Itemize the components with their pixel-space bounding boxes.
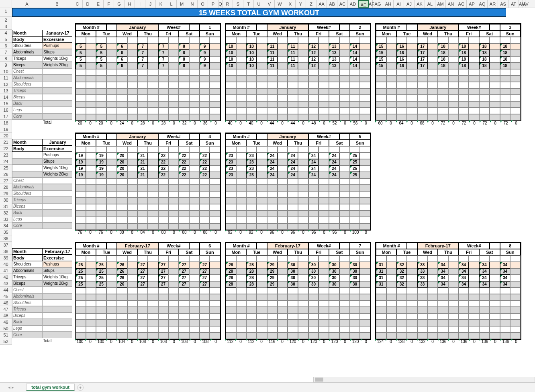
corner-cell[interactable] — [0, 0, 12, 8]
row-header-36[interactable]: 36 — [0, 235, 12, 242]
row-header-29[interactable]: 29 — [0, 190, 12, 197]
row-header-17[interactable]: 17 — [0, 113, 12, 120]
col-header-AM[interactable]: AM — [435, 0, 446, 8]
row-header-32[interactable]: 32 — [0, 210, 12, 216]
row-header-10[interactable]: 10 — [0, 68, 12, 75]
col-header-AD[interactable]: AD — [348, 0, 358, 8]
row-header-37[interactable]: 37 — [0, 242, 12, 248]
row-header-45[interactable]: 45 — [0, 293, 12, 300]
row-header-51[interactable]: 51 — [0, 332, 12, 338]
row-header-12[interactable]: 12 — [0, 81, 12, 88]
row-header-40[interactable]: 40 — [0, 261, 12, 267]
col-header-Q[interactable]: Q — [218, 0, 223, 8]
row-header-49[interactable]: 49 — [0, 319, 12, 325]
tab-nav-buttons[interactable]: ◂ ▸ ⋯ — [8, 385, 22, 390]
col-header-AB[interactable]: AB — [327, 0, 337, 8]
scrollbar-thumb[interactable] — [315, 378, 323, 382]
horizontal-scrollbar[interactable] — [313, 377, 535, 382]
row-header-14[interactable]: 14 — [0, 94, 12, 100]
col-header-AK[interactable]: AK — [415, 0, 425, 8]
row-header-25[interactable]: 25 — [0, 165, 12, 171]
col-header-AU[interactable]: AU — [519, 0, 523, 8]
col-header-K[interactable]: K — [156, 0, 166, 8]
col-header-I[interactable]: I — [135, 0, 145, 8]
row-header-38[interactable]: 38 — [0, 248, 12, 255]
row-header-33[interactable]: 33 — [0, 216, 12, 223]
row-header-44[interactable]: 44 — [0, 287, 12, 293]
row-header-41[interactable]: 41 — [0, 267, 12, 274]
col-header-AA[interactable]: AA — [317, 0, 327, 8]
col-header-H[interactable]: H — [125, 0, 135, 8]
row-header-27[interactable]: 27 — [0, 178, 12, 184]
col-header-C[interactable]: C — [72, 0, 83, 8]
row-header-31[interactable]: 31 — [0, 203, 12, 210]
col-header-AV[interactable]: AV — [523, 0, 525, 8]
col-header-AN[interactable]: AN — [446, 0, 456, 8]
col-header-Y[interactable]: Y — [296, 0, 306, 8]
row-header-20[interactable]: 20 — [0, 133, 12, 139]
col-header-AE[interactable]: AE — [358, 0, 369, 8]
grid-area[interactable]: 15 WEEKS TOTAL GYM WORKOUTMonthJanuary-1… — [12, 8, 535, 345]
col-header-AS[interactable]: AS — [498, 0, 508, 8]
col-header-W[interactable]: W — [275, 0, 285, 8]
row-header-50[interactable]: 50 — [0, 325, 12, 332]
row-header-1[interactable]: 1 — [0, 8, 12, 17]
col-header-R[interactable]: R — [223, 0, 233, 8]
row-header-4[interactable]: 4 — [0, 30, 12, 36]
row-header-6[interactable]: 6 — [0, 43, 12, 49]
col-header-M[interactable]: M — [177, 0, 187, 8]
row-header-28[interactable]: 28 — [0, 184, 12, 190]
row-header-19[interactable]: 19 — [0, 126, 12, 133]
col-header-AQ[interactable]: AQ — [477, 0, 488, 8]
row-header-46[interactable]: 46 — [0, 300, 12, 306]
row-header-22[interactable]: 22 — [0, 145, 12, 152]
col-header-N[interactable]: N — [187, 0, 198, 8]
row-header-42[interactable]: 42 — [0, 274, 12, 280]
row-header-7[interactable]: 7 — [0, 49, 12, 55]
col-header-AG[interactable]: AG — [373, 0, 383, 8]
col-header-AI[interactable]: AI — [394, 0, 404, 8]
row-header-16[interactable]: 16 — [0, 107, 12, 113]
col-header-B[interactable]: B — [42, 0, 72, 8]
col-header-J[interactable]: J — [145, 0, 156, 8]
sheet-tab[interactable]: total gym workout — [26, 384, 75, 391]
row-header-30[interactable]: 30 — [0, 197, 12, 203]
row-header-52[interactable]: 52 — [0, 338, 12, 345]
row-header-8[interactable]: 8 — [0, 55, 12, 62]
col-header-AP[interactable]: AP — [467, 0, 477, 8]
row-header-11[interactable]: 11 — [0, 75, 12, 81]
col-header-AT[interactable]: AT — [508, 0, 519, 8]
row-header-43[interactable]: 43 — [0, 280, 12, 287]
row-header-34[interactable]: 34 — [0, 223, 12, 229]
col-header-AL[interactable]: AL — [425, 0, 435, 8]
row-header-23[interactable]: 23 — [0, 152, 12, 158]
col-header-AO[interactable]: AO — [456, 0, 467, 8]
row-header-2[interactable]: 2 — [0, 17, 12, 23]
col-header-V[interactable]: V — [264, 0, 275, 8]
row-header-21[interactable]: 21 — [0, 139, 12, 145]
row-header-15[interactable]: 15 — [0, 100, 12, 107]
col-header-AF[interactable]: AF — [369, 0, 373, 8]
row-header-47[interactable]: 47 — [0, 306, 12, 312]
col-header-X[interactable]: X — [285, 0, 296, 8]
row-header-18[interactable]: 18 — [0, 120, 12, 126]
col-header-O[interactable]: O — [198, 0, 208, 8]
add-sheet-button[interactable]: + — [77, 384, 84, 391]
col-header-L[interactable]: L — [166, 0, 177, 8]
row-header-48[interactable]: 48 — [0, 312, 12, 319]
col-header-AJ[interactable]: AJ — [404, 0, 415, 8]
col-header-Z[interactable]: Z — [306, 0, 317, 8]
row-header-13[interactable]: 13 — [0, 88, 12, 94]
col-header-U[interactable]: U — [254, 0, 264, 8]
col-header-S[interactable]: S — [233, 0, 243, 8]
col-header-T[interactable]: T — [243, 0, 254, 8]
col-header-D[interactable]: D — [83, 0, 93, 8]
row-header-35[interactable]: 35 — [0, 229, 12, 235]
row-header-9[interactable]: 9 — [0, 62, 12, 68]
col-header-AH[interactable]: AH — [383, 0, 394, 8]
row-header-3[interactable]: 3 — [0, 23, 12, 30]
row-header-26[interactable]: 26 — [0, 171, 12, 178]
col-header-E[interactable]: E — [93, 0, 104, 8]
col-header-F[interactable]: F — [104, 0, 114, 8]
col-header-AC[interactable]: AC — [337, 0, 348, 8]
